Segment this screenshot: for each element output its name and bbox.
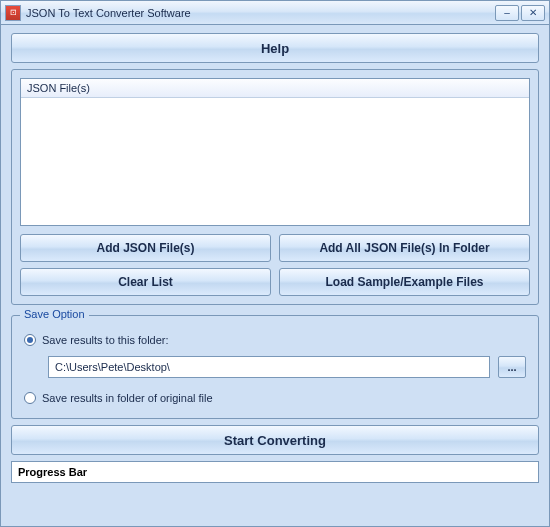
- help-button[interactable]: Help: [11, 33, 539, 63]
- add-folder-button[interactable]: Add All JSON File(s) In Folder: [279, 234, 530, 262]
- file-list-container: JSON File(s): [12, 70, 538, 234]
- radio-to-folder[interactable]: [24, 334, 36, 346]
- client-area: Help JSON File(s) Add JSON File(s) Add A…: [1, 25, 549, 526]
- load-samples-button[interactable]: Load Sample/Example Files: [279, 268, 530, 296]
- progress-bar: Progress Bar: [11, 461, 539, 483]
- save-option-title: Save Option: [20, 308, 89, 320]
- minimize-button[interactable]: –: [495, 5, 519, 21]
- radio-original-folder[interactable]: [24, 392, 36, 404]
- close-button[interactable]: ✕: [521, 5, 545, 21]
- window-title: JSON To Text Converter Software: [26, 7, 493, 19]
- clear-list-button[interactable]: Clear List: [20, 268, 271, 296]
- app-window: ⊡ JSON To Text Converter Software – ✕ He…: [0, 0, 550, 527]
- file-list-header: JSON File(s): [21, 79, 529, 98]
- radio-to-folder-label: Save results to this folder:: [42, 334, 169, 346]
- button-row-2: Clear List Load Sample/Example Files: [12, 268, 538, 296]
- browse-button[interactable]: ...: [498, 356, 526, 378]
- radio-original-label: Save results in folder of original file: [42, 392, 213, 404]
- file-section: JSON File(s) Add JSON File(s) Add All JS…: [11, 69, 539, 305]
- app-icon: ⊡: [5, 5, 21, 21]
- titlebar: ⊡ JSON To Text Converter Software – ✕: [1, 1, 549, 25]
- file-list[interactable]: JSON File(s): [20, 78, 530, 226]
- start-converting-button[interactable]: Start Converting: [11, 425, 539, 455]
- add-json-files-button[interactable]: Add JSON File(s): [20, 234, 271, 262]
- path-input[interactable]: C:\Users\Pete\Desktop\: [48, 356, 490, 378]
- save-option-group: Save Option Save results to this folder:…: [11, 315, 539, 419]
- path-row: C:\Users\Pete\Desktop\ ...: [24, 350, 526, 388]
- radio-row-to-folder[interactable]: Save results to this folder:: [24, 334, 526, 346]
- radio-row-original[interactable]: Save results in folder of original file: [24, 392, 526, 404]
- button-row-1: Add JSON File(s) Add All JSON File(s) In…: [12, 234, 538, 262]
